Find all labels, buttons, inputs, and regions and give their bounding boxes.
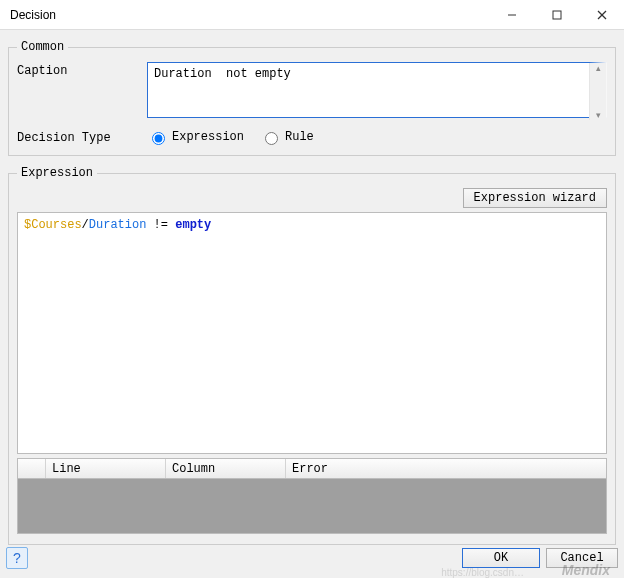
- decision-type-label: Decision Type: [17, 129, 147, 145]
- titlebar: Decision: [0, 0, 624, 30]
- help-icon: ?: [13, 550, 21, 566]
- cancel-button[interactable]: Cancel: [546, 548, 618, 568]
- token-keyword: empty: [175, 218, 211, 232]
- caption-input[interactable]: [147, 62, 607, 118]
- error-col-error[interactable]: Error: [286, 459, 606, 478]
- dialog-footer: ? OK Cancel: [6, 544, 618, 572]
- maximize-button[interactable]: [534, 0, 579, 30]
- common-group: Common Caption ▴ ▾ Decision Type Express…: [8, 40, 616, 156]
- window-title: Decision: [0, 8, 489, 22]
- token-variable: $Courses: [24, 218, 82, 232]
- radio-expression[interactable]: Expression: [147, 129, 244, 145]
- error-col-line[interactable]: Line: [46, 459, 166, 478]
- error-table: Line Column Error: [17, 458, 607, 534]
- expression-editor[interactable]: $Courses/Duration != empty: [17, 212, 607, 454]
- radio-rule-input[interactable]: [265, 132, 278, 145]
- expression-wizard-button[interactable]: Expression wizard: [463, 188, 607, 208]
- decision-type-row: Decision Type Expression Rule: [17, 129, 607, 145]
- token-slash: /: [82, 218, 89, 232]
- error-col-column[interactable]: Column: [166, 459, 286, 478]
- scroll-down-icon[interactable]: ▾: [596, 110, 601, 120]
- caption-scrollbar[interactable]: ▴ ▾: [589, 63, 606, 120]
- help-button[interactable]: ?: [6, 547, 28, 569]
- expression-group: Expression Expression wizard $Courses/Du…: [8, 166, 616, 545]
- error-col-icon[interactable]: [18, 459, 46, 478]
- ok-button[interactable]: OK: [462, 548, 540, 568]
- minimize-button[interactable]: [489, 0, 534, 30]
- caption-label: Caption: [17, 62, 147, 78]
- close-button[interactable]: [579, 0, 624, 30]
- radio-expression-label: Expression: [172, 130, 244, 144]
- dialog-body: Common Caption ▴ ▾ Decision Type Express…: [0, 30, 624, 578]
- radio-expression-input[interactable]: [152, 132, 165, 145]
- radio-rule[interactable]: Rule: [260, 129, 314, 145]
- svg-rect-1: [553, 11, 561, 19]
- token-operator: !=: [146, 218, 175, 232]
- token-attribute: Duration: [89, 218, 147, 232]
- error-table-body: [18, 479, 606, 533]
- expression-legend: Expression: [17, 166, 97, 180]
- radio-rule-label: Rule: [285, 130, 314, 144]
- common-legend: Common: [17, 40, 68, 54]
- scroll-up-icon[interactable]: ▴: [596, 63, 601, 73]
- caption-row: Caption ▴ ▾: [17, 62, 607, 121]
- error-table-header: Line Column Error: [18, 459, 606, 479]
